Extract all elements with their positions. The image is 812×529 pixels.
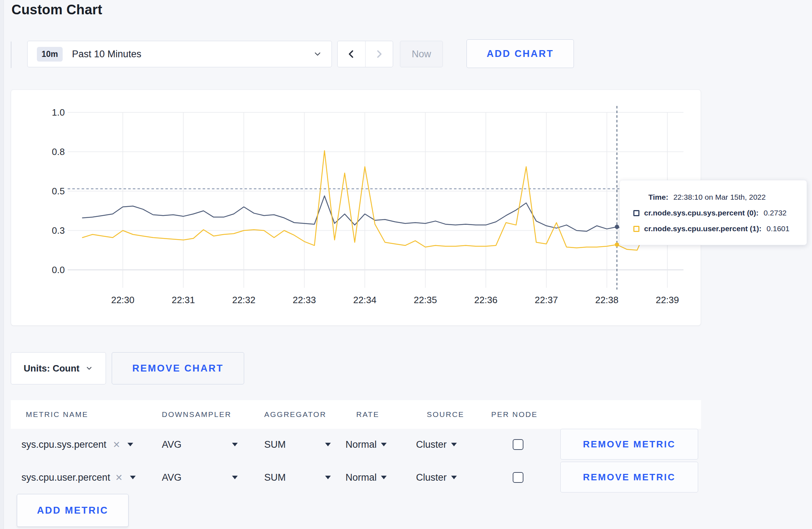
header-source: SOURCE (427, 400, 464, 429)
chart-card: 0.00.30.50.81.022:3022:3122:3222:3322:34… (11, 89, 701, 326)
svg-text:22:39: 22:39 (656, 295, 679, 305)
add-chart-button[interactable]: ADD CHART (467, 39, 574, 68)
custom-chart-page: Custom Chart 10m Past 10 Minutes Now ADD… (0, 0, 812, 529)
downsampler-value: AVG (162, 439, 182, 450)
add-metric-button[interactable]: ADD METRIC (17, 494, 129, 527)
per-node-checkbox[interactable] (513, 439, 523, 450)
chevron-right-icon (374, 49, 385, 59)
tooltip-time-row: Time: 22:38:10 on Mar 15th, 2022 (633, 189, 807, 205)
tooltip-series-value: 0.2732 (764, 209, 787, 217)
time-range-label: Past 10 Minutes (72, 49, 141, 60)
caret-down-icon (325, 443, 331, 446)
chart-svg[interactable]: 0.00.30.50.81.022:3022:3122:3222:3322:34… (11, 90, 701, 326)
svg-text:22:31: 22:31 (171, 295, 195, 305)
controls-divider (11, 42, 11, 68)
header-metric-name: METRIC NAME (26, 400, 88, 429)
svg-text:1.0: 1.0 (52, 107, 65, 118)
tooltip-time-label: Time: (648, 193, 668, 202)
caret-down-icon (232, 443, 238, 446)
chevron-down-icon (85, 364, 93, 372)
tooltip-series-value: 0.1601 (767, 224, 789, 233)
source-value: Cluster (416, 472, 447, 483)
svg-text:22:30: 22:30 (111, 295, 134, 305)
units-dropdown[interactable]: Units: Count (11, 352, 106, 384)
time-range-badge: 10m (37, 47, 63, 62)
clear-metric-icon[interactable]: ✕ (113, 440, 120, 450)
aggregator-value: SUM (264, 439, 286, 450)
rate-select[interactable]: Normal (345, 467, 387, 487)
svg-text:22:35: 22:35 (414, 295, 437, 305)
svg-text:0.8: 0.8 (52, 146, 65, 157)
tooltip-series-row: cr.node.sys.cpu.sys.percent (0): 0.2732 (633, 205, 807, 221)
svg-text:0.0: 0.0 (52, 264, 65, 275)
time-range-dropdown[interactable]: 10m Past 10 Minutes (27, 41, 332, 67)
tooltip-series-row: cr.node.sys.cpu.user.percent (1): 0.1601 (633, 221, 807, 237)
sys-series-swatch-icon (633, 210, 639, 216)
header-aggregator: AGGREGATOR (264, 400, 327, 429)
rate-value: Normal (345, 472, 377, 483)
caret-down-icon (451, 443, 457, 446)
units-label: Units: Count (24, 363, 79, 374)
svg-text:22:37: 22:37 (535, 295, 558, 305)
downsampler-value: AVG (162, 472, 182, 483)
metric-name-dropdown[interactable]: sys.cpu.sys.percent ✕ (21, 435, 133, 455)
time-pager (337, 41, 393, 67)
metric-name-dropdown[interactable]: sys.cpu.user.percent ✕ (21, 467, 136, 487)
caret-down-icon (451, 476, 457, 479)
header-per-node: PER NODE (491, 400, 538, 429)
next-time-button[interactable] (366, 41, 393, 67)
aggregator-value: SUM (264, 472, 286, 483)
chevron-down-icon (313, 49, 322, 59)
tooltip-series-name: cr.node.sys.cpu.sys.percent (0): (644, 209, 759, 217)
header-downsampler: DOWNSAMPLER (162, 400, 231, 429)
now-button[interactable]: Now (400, 41, 443, 67)
downsampler-select[interactable]: AVG (162, 467, 238, 487)
caret-down-icon (381, 443, 387, 446)
caret-down-icon (130, 476, 136, 479)
remove-chart-button[interactable]: REMOVE CHART (112, 352, 244, 384)
per-node-checkbox[interactable] (513, 472, 523, 483)
clear-metric-icon[interactable]: ✕ (115, 472, 123, 483)
svg-text:0.3: 0.3 (52, 225, 65, 236)
source-select[interactable]: Cluster (416, 467, 457, 487)
rate-value: Normal (345, 439, 377, 450)
metrics-table-header: METRIC NAME DOWNSAMPLER AGGREGATOR RATE … (11, 400, 701, 429)
caret-down-icon (232, 476, 238, 479)
left-edge-strip (0, 0, 4, 529)
source-select[interactable]: Cluster (416, 435, 457, 455)
downsampler-select[interactable]: AVG (162, 435, 238, 455)
aggregator-select[interactable]: SUM (264, 467, 331, 487)
tooltip-time-value: 22:38:10 on Mar 15th, 2022 (673, 193, 766, 202)
header-rate: RATE (356, 400, 379, 429)
aggregator-select[interactable]: SUM (264, 435, 331, 455)
svg-text:0.5: 0.5 (52, 186, 65, 196)
svg-text:22:32: 22:32 (232, 295, 255, 305)
remove-metric-button[interactable]: REMOVE METRIC (560, 462, 698, 492)
tooltip-series-name: cr.node.sys.cpu.user.percent (1): (644, 224, 762, 233)
metric-name-value: sys.cpu.sys.percent (21, 439, 106, 450)
metric-name-value: sys.cpu.user.percent (21, 472, 110, 483)
chevron-left-icon (346, 49, 357, 59)
caret-down-icon (381, 476, 387, 479)
user-series-swatch-icon (633, 226, 639, 232)
source-value: Cluster (416, 439, 447, 450)
remove-metric-button[interactable]: REMOVE METRIC (560, 429, 698, 460)
prev-time-button[interactable] (338, 41, 366, 67)
caret-down-icon (127, 443, 133, 446)
rate-select[interactable]: Normal (345, 435, 387, 455)
svg-text:22:36: 22:36 (474, 295, 497, 305)
svg-text:22:38: 22:38 (595, 295, 618, 305)
svg-text:22:34: 22:34 (353, 295, 376, 305)
caret-down-icon (325, 476, 331, 479)
page-title: Custom Chart (11, 2, 102, 18)
svg-text:22:33: 22:33 (293, 295, 316, 305)
chart-tooltip: Time: 22:38:10 on Mar 15th, 2022 cr.node… (619, 180, 807, 245)
